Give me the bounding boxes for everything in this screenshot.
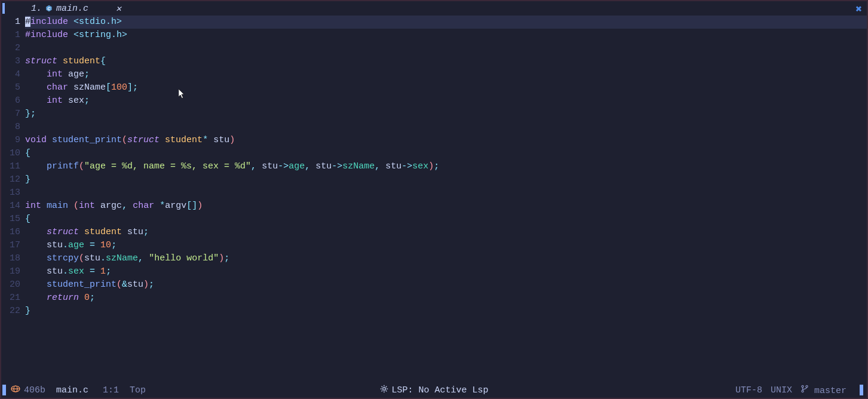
code-line[interactable]: printf("age = %d, name = %s, sex = %d", … — [25, 160, 867, 173]
line-number: 1 — [1, 29, 20, 42]
code-line[interactable]: struct student stu; — [25, 226, 867, 239]
code-line[interactable]: stu.age = 10; — [25, 239, 867, 252]
line-number: 20 — [1, 278, 20, 291]
status-file-icon — [11, 385, 20, 396]
code-line[interactable]: }; — [25, 108, 867, 121]
c-file-icon: C — [45, 5, 53, 12]
line-number: 17 — [1, 239, 20, 252]
status-bar: 406b main.c 1:1 Top LSP: No Active Lsp U… — [2, 383, 866, 397]
line-number: 2 — [1, 42, 20, 55]
code-line[interactable]: stu.sex = 1; — [25, 265, 867, 278]
svg-line-11 — [385, 390, 387, 391]
status-right-indicator — [860, 385, 863, 395]
status-cursor-position: 1:1 — [103, 385, 119, 395]
code-line[interactable]: { — [25, 213, 867, 226]
line-number: 4 — [1, 68, 20, 81]
code-line[interactable]: return 0; — [25, 291, 867, 305]
svg-point-16 — [806, 385, 808, 387]
svg-line-13 — [385, 386, 387, 387]
tab-bar: 1. C main.c ✕ ✖ — [1, 1, 867, 16]
status-lsp-label: LSP: No Active Lsp — [391, 385, 488, 395]
status-fileformat: UNIX — [771, 385, 792, 395]
line-number: 12 — [1, 173, 20, 186]
code-line[interactable]: int age; — [25, 68, 867, 81]
svg-line-12 — [381, 390, 382, 391]
line-number: 14 — [1, 200, 20, 213]
tab-index: 1. — [31, 4, 42, 14]
code-line[interactable] — [25, 121, 867, 134]
status-scroll-position: Top — [130, 385, 146, 395]
line-number: 11 — [1, 160, 20, 173]
line-number: 6 — [1, 94, 20, 108]
svg-line-10 — [381, 386, 382, 387]
status-left: 406b main.c 1:1 Top — [2, 385, 157, 396]
code-line[interactable]: student_print(&stu); — [25, 278, 867, 291]
line-number: 22 — [1, 305, 20, 318]
code-line[interactable]: #include <stdio.h> — [25, 16, 867, 29]
status-branch-name: master — [814, 386, 846, 396]
code-line[interactable] — [25, 42, 867, 55]
git-branch-icon — [800, 385, 809, 396]
status-git-branch: master — [800, 385, 846, 396]
code-line[interactable] — [25, 186, 867, 200]
code-editor[interactable]: #include <stdio.h>#include <string.h>str… — [25, 16, 867, 383]
line-number: 19 — [1, 265, 20, 278]
line-number-gutter: 112345678910111213141516171819202122 — [1, 16, 25, 383]
status-center: LSP: No Active Lsp — [379, 385, 488, 396]
svg-point-5 — [382, 387, 385, 390]
svg-point-14 — [802, 385, 803, 387]
code-line[interactable]: { — [25, 147, 867, 160]
code-line[interactable]: char szName[100]; — [25, 81, 867, 94]
tab-close-icon[interactable]: ✕ — [116, 3, 121, 14]
tab-main-c[interactable]: 1. C main.c ✕ — [4, 3, 127, 14]
status-right: UTF-8 UNIX master — [735, 385, 866, 396]
code-line[interactable]: } — [25, 173, 867, 186]
code-line[interactable]: struct student{ — [25, 55, 867, 68]
line-number: 9 — [1, 134, 20, 147]
editor-container: 112345678910111213141516171819202122 #in… — [1, 16, 867, 383]
code-line[interactable]: int sex; — [25, 94, 867, 108]
status-mode-indicator — [2, 385, 6, 395]
line-number: 10 — [1, 147, 20, 160]
code-line[interactable]: } — [25, 305, 867, 318]
line-number: 15 — [1, 213, 20, 226]
status-filesize: 406b — [24, 385, 45, 395]
svg-point-15 — [802, 390, 803, 392]
tab-bar-mode-indicator — [2, 3, 5, 14]
code-line[interactable]: void student_print(struct student* stu) — [25, 134, 867, 147]
line-number: 5 — [1, 81, 20, 94]
code-line[interactable]: strcpy(stu.szName, "hello world"); — [25, 252, 867, 265]
line-number: 1 — [1, 16, 20, 29]
line-number: 18 — [1, 252, 20, 265]
status-filename: main.c — [56, 385, 88, 395]
line-number: 3 — [1, 55, 20, 68]
window-close-icon[interactable]: ✖ — [855, 2, 862, 16]
code-line[interactable]: #include <string.h> — [25, 29, 867, 42]
line-number: 21 — [1, 291, 20, 305]
lsp-gear-icon — [379, 385, 388, 396]
tab-filename: main.c — [56, 4, 88, 14]
line-number: 16 — [1, 226, 20, 239]
status-encoding: UTF-8 — [735, 385, 762, 395]
line-number: 8 — [1, 121, 20, 134]
line-number: 13 — [1, 186, 20, 200]
code-line[interactable]: int main (int argc, char *argv[]) — [25, 200, 867, 213]
line-number: 7 — [1, 108, 20, 121]
